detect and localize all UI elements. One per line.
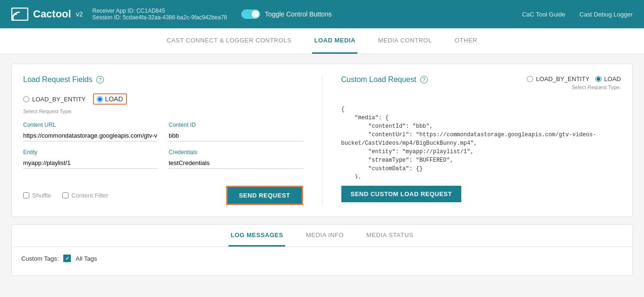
custom-tags-row: Custom Tags: All Tags (21, 255, 623, 262)
all-tags-label: All Tags (76, 255, 97, 262)
content-id-input[interactable] (169, 130, 303, 141)
toggle-label: Toggle Control Buttons (265, 10, 332, 18)
cast-logo-icon (11, 8, 28, 21)
content-url-field: Content URL (23, 122, 157, 141)
main-content: Load Request Fields ? LOAD_BY_ENTITY LOA… (0, 54, 644, 285)
load-media-card: Load Request Fields ? LOAD_BY_ENTITY LOA… (11, 64, 633, 217)
tab-media-status[interactable]: MEDIA STATUS (364, 225, 415, 247)
receiver-app-id: Receiver App ID: CC1AD845 (92, 8, 227, 14)
header: Cactool v2 Receiver App ID: CC1AD845 Ses… (0, 0, 644, 28)
app-version: v2 (76, 10, 83, 18)
tab-media-info[interactable]: MEDIA INFO (304, 225, 346, 247)
custom-radio-load-input[interactable] (595, 76, 602, 82)
cac-tool-guide-link[interactable]: CaC Tool Guide (522, 11, 566, 18)
shuffle-checkbox[interactable] (23, 192, 29, 198)
content-id-label: Content ID (169, 122, 303, 128)
radio-load-box[interactable]: LOAD (93, 93, 127, 105)
load-request-title: Load Request Fields ? (23, 75, 303, 84)
toggle-control-buttons[interactable]: Toggle Control Buttons (241, 9, 332, 19)
session-id: Session ID: 5cdae4fa-32aa-4386-ba2c-9fac… (92, 14, 227, 21)
tab-cast-connect[interactable]: CAST CONNECT & LOGGER CONTROLS (165, 28, 293, 54)
entity-field: Entity (23, 149, 157, 169)
load-request-panel: Load Request Fields ? LOAD_BY_ENTITY LOA… (23, 75, 303, 205)
custom-select-request-type-label: Select Request Type: (572, 84, 621, 90)
bottom-content: Custom Tags: All Tags (12, 247, 632, 275)
load-request-form: Content URL Content ID Entity Credential… (23, 122, 303, 169)
toggle-switch[interactable] (241, 9, 260, 19)
custom-load-help-icon[interactable]: ? (420, 76, 428, 83)
request-type-selector: LOAD_BY_ENTITY LOAD (23, 93, 303, 105)
all-tags-checkbox[interactable] (63, 255, 71, 262)
entity-label: Entity (23, 149, 157, 156)
bottom-section: LOG MESSAGES MEDIA INFO MEDIA STATUS Cus… (11, 224, 633, 276)
send-custom-load-request-button[interactable]: SEND CUSTOM LOAD REQUEST (341, 186, 462, 202)
credentials-label: Credentials (169, 149, 303, 156)
shuffle-label: Shuffle (32, 192, 51, 199)
content-filter-checkbox-label[interactable]: Content Filter (62, 192, 108, 199)
custom-load-request-type: LOAD_BY_ENTITY LOAD Select Request Type: (527, 75, 621, 98)
custom-radio-load-by-entity[interactable]: LOAD_BY_ENTITY (527, 75, 589, 82)
credentials-input[interactable] (169, 157, 303, 169)
custom-load-title: Custom Load Request ? (341, 75, 428, 84)
custom-load-json-editor[interactable] (341, 103, 621, 179)
send-btn-container: SEND REQUEST (226, 186, 303, 205)
load-request-help-icon[interactable]: ? (96, 76, 104, 83)
app-title: Cactool (33, 8, 71, 20)
logo: Cactool v2 (11, 8, 83, 21)
checkboxes-row: Shuffle Content Filter (23, 192, 108, 199)
panel-divider (322, 75, 322, 205)
content-filter-checkbox[interactable] (62, 192, 68, 198)
main-nav-tabs: CAST CONNECT & LOGGER CONTROLS LOAD MEDI… (0, 28, 644, 54)
bottom-tabs: LOG MESSAGES MEDIA INFO MEDIA STATUS (12, 225, 632, 247)
tab-media-control[interactable]: MEDIA CONTROL (376, 28, 434, 54)
content-id-field: Content ID (169, 122, 303, 141)
credentials-field: Credentials (169, 149, 303, 169)
tab-other[interactable]: OTHER (453, 28, 479, 54)
cast-debug-logger-link[interactable]: Cast Debug Logger (579, 11, 633, 18)
radio-load-by-entity-input[interactable] (23, 96, 29, 102)
custom-radio-load[interactable]: LOAD (595, 75, 621, 82)
select-request-type-label: Select Request Type: (23, 108, 303, 114)
shuffle-checkbox-label[interactable]: Shuffle (23, 192, 51, 199)
content-filter-label: Content Filter (71, 192, 108, 199)
radio-load-by-entity[interactable]: LOAD_BY_ENTITY (23, 96, 85, 103)
tab-load-media[interactable]: LOAD MEDIA (312, 28, 357, 54)
custom-load-panel: Custom Load Request ? LOAD_BY_ENTITY LOA… (341, 75, 621, 205)
custom-tags-label: Custom Tags: (21, 255, 59, 262)
session-info: Receiver App ID: CC1AD845 Session ID: 5c… (92, 8, 227, 21)
header-nav: CaC Tool Guide Cast Debug Logger (522, 11, 633, 18)
content-url-label: Content URL (23, 122, 157, 128)
entity-input[interactable] (23, 157, 157, 169)
custom-load-header: Custom Load Request ? LOAD_BY_ENTITY LOA… (341, 75, 621, 98)
tab-log-messages[interactable]: LOG MESSAGES (229, 225, 285, 247)
custom-radio-load-by-entity-input[interactable] (527, 76, 533, 82)
radio-load-input[interactable] (97, 96, 103, 102)
send-request-button[interactable]: SEND REQUEST (226, 186, 303, 205)
custom-radio-row: LOAD_BY_ENTITY LOAD (527, 75, 621, 82)
content-url-input[interactable] (23, 130, 157, 141)
